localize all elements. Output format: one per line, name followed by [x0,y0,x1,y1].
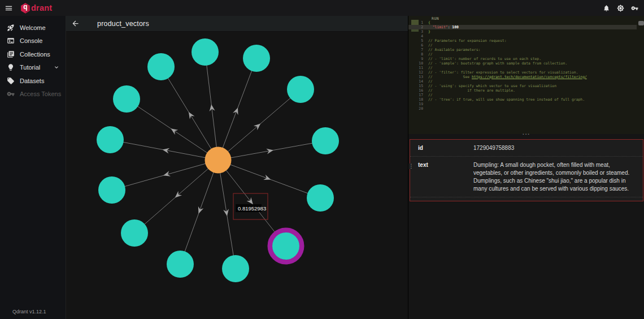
theme-toggle-icon[interactable] [617,5,624,12]
back-button[interactable] [71,19,80,28]
qdrant-app: q drant WelcomeConsoleCollectionsTutoria… [0,0,644,319]
sidebar: WelcomeConsoleCollectionsTutorialDataset… [0,16,66,319]
code-line: 17// [408,93,637,97]
line-number: 19 [408,102,423,106]
code-line: 11// [408,66,637,70]
app-version: Qdrant v1.12.1 [12,309,46,314]
code-line: 4 [408,34,637,38]
line-number: 8 [408,52,423,57]
graph-center-node[interactable] [205,147,232,174]
line-number: 17 [408,93,423,97]
sidebar-item-welcome[interactable]: Welcome [0,21,66,35]
graph-node[interactable] [167,251,194,278]
code-line: 8// [408,52,637,57]
line-number: 1 [408,20,423,25]
notifications-icon[interactable] [603,5,610,12]
line-number: 2 [408,25,423,29]
logo-letter: q [20,3,31,11]
terminal-icon [7,37,15,45]
code-lines[interactable]: 1{2 "limit": 1003}45// Parameters for ex… [408,20,637,111]
sidebar-items: WelcomeConsoleCollectionsTutorialDataset… [0,16,66,101]
code-line: 2 "limit": 100 [408,25,637,29]
detail-row: textDumpling: A small dough pocket, ofte… [410,157,643,197]
sidebar-item-access-tokens[interactable]: Access Tokens [0,88,66,101]
code-line: 19 [408,102,637,106]
code-line: 15// - 'using': specify which vector to … [408,84,637,88]
code-line: 7// Available parameters: [408,48,637,52]
graph-node[interactable] [307,184,334,212]
api-key-icon[interactable] [631,5,638,12]
graph-edge-arrow [186,110,195,119]
app-bar: q drant [0,0,644,16]
line-number: 4 [408,34,423,38]
graph-edge-arrow [169,126,179,135]
code-line: 3} [408,29,637,34]
line-number: 10 [408,61,423,66]
sidebar-item-datasets[interactable]: Datasets [0,74,66,88]
graph-header: product_vectors [66,16,408,32]
menu-icon[interactable] [5,4,13,12]
code-line: 10// - 'sample': bootstrap graph with sa… [408,61,637,66]
code-line: 5// Parameters for expansion request: [408,38,637,43]
detail-value: 1729049758883 [473,144,637,152]
graph-edge-arrow [163,171,171,178]
line-number: 3 [408,29,423,34]
graph-node[interactable] [98,176,125,204]
code-line: 9// - 'limit': number of records to use … [408,57,637,61]
graph-edge-arrow [196,206,204,215]
graph-node[interactable] [287,76,314,103]
graph-edge-arrow [254,122,263,130]
collection-title: product_vectors [97,20,149,28]
sidebar-item-label: Console [20,37,42,44]
sidebar-item-label: Collections [20,51,50,58]
graph-node[interactable] [243,45,270,72]
library-icon [7,50,15,58]
graph-edge-arrow [162,147,170,154]
graph-panel: 0.81952983 product_vectors [66,16,408,319]
graph-edge-arrow [263,175,272,183]
line-number: 6 [408,43,423,48]
code-line: 13// See https://qdrant.tech/documentati… [408,75,637,79]
logo-text: drant [31,3,52,12]
graph-edge-arrow [233,106,241,115]
rocket-icon [7,24,15,32]
graph-node[interactable] [192,38,219,66]
query-editor[interactable]: RUN 1{2 "limit": 1003}45// Parameters fo… [408,16,644,134]
panel-drag-handle[interactable]: ⋮ [408,163,414,169]
chevron-down-icon [53,64,60,71]
graph-node[interactable] [222,255,249,282]
sidebar-item-console[interactable]: Console [0,35,66,48]
graph-edge-arrow [266,148,274,154]
graph-node[interactable] [312,127,339,154]
sidebar-item-collections[interactable]: Collections [0,48,66,61]
line-number: 5 [408,38,423,43]
sidebar-item-label: Datasets [20,77,44,84]
panel-resize-handle[interactable]: ... [408,130,644,137]
detail-key: id [418,144,473,152]
graph-node[interactable] [97,126,124,153]
key-icon [7,90,15,98]
vector-graph[interactable]: 0.81952983 [66,16,408,319]
code-line: 14// [408,79,637,84]
topbar-actions [603,5,638,12]
code-line: 16// if there are multiple. [408,88,637,93]
detail-value: Dumpling: A small dough pocket, often fi… [473,161,637,193]
line-number: 14 [408,79,423,84]
sidebar-item-tutorial[interactable]: Tutorial [0,61,66,75]
graph-edge-arrow [223,209,230,216]
graph-edge-arrow [208,104,215,111]
line-number: 20 [408,106,423,111]
graph-node[interactable] [147,53,175,80]
editor-scrollbar[interactable] [638,21,644,25]
line-number: 18 [408,97,423,102]
line-number: 13 [408,75,423,79]
detail-key: text [418,161,473,169]
tag-icon [7,77,15,85]
graph-node[interactable] [113,85,140,113]
console-panel: RUN 1{2 "limit": 1003}45// Parameters fo… [408,16,644,319]
graph-node[interactable] [121,219,148,247]
line-number: 15 [408,84,423,88]
sidebar-item-label: Welcome [20,24,46,31]
graph-node-selected[interactable] [272,232,299,260]
line-number: 16 [408,88,423,93]
